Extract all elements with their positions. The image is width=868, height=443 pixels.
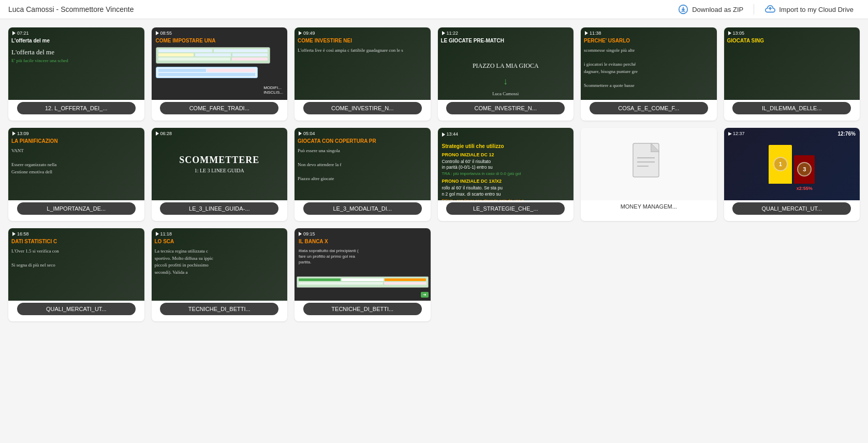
video-card-15[interactable]: 09:15 IL BANCA X ittata soprattutto dai …: [295, 228, 431, 321]
card-footer: LE_STRATEGIE_CHE_...: [438, 200, 574, 221]
card-footer: L_IMPORTANZA_DE...: [8, 200, 144, 221]
page-title: Luca Camossi - Scommettore Vincente: [8, 5, 134, 13]
header: Luca Camossi - Scommettore Vincente Down…: [0, 0, 868, 19]
card-footer: TECNICHE_DI_BETTI...: [152, 301, 288, 321]
card-label: COME_FARE_TRADI...: [160, 102, 278, 114]
video-card-13[interactable]: 16:58 DATI STATISTICI C L'Over 1.5 si ve…: [8, 228, 144, 321]
card-label: IL_DILEMMA_DELLE...: [732, 102, 851, 114]
video-card-12[interactable]: 12:76% 1 3 x2:55% ▶ 12:37 QUALI_MERCATI_…: [724, 128, 860, 221]
import-cloud-button[interactable]: Import to my Cloud Drive: [758, 2, 860, 17]
card-label: COME_INVESTIRE_N...: [303, 102, 422, 114]
video-grid: 07:21 L'offerta del me L'offerta del meE…: [8, 27, 860, 321]
chalkboard-thumb: 05:04 GIOCATA CON COPERTURA PR Può esser…: [295, 128, 431, 200]
chalkboard-thumb: 16:58 DATI STATISTICI C L'Over 1.5 si ve…: [8, 228, 144, 301]
chalkboard-thumb: 13:09 LA PIANIFICAZION VANTEssere organi…: [8, 128, 144, 200]
divider: [754, 4, 754, 14]
card-label: TECNICHE_DI_BETTI...: [160, 303, 278, 315]
card-footer: TECNICHE_DI_BETTI...: [295, 301, 431, 321]
card-footer: QUALI_MERCATI_UT...: [8, 301, 144, 321]
chalkboard-thumb: 11:22 LE GIOCATE PRE-MATCH PIAZZO LA MIA…: [438, 27, 574, 100]
card-footer: LE_3_MODALITA_DI...: [295, 200, 431, 221]
chalkboard-thumb: 11:38 PERCHE' USARLO scommesse singole p…: [581, 27, 717, 100]
screenshot-thumb: 08:55 COME IMPOSTARE UNA: [152, 27, 288, 100]
card-label: LE_STRATEGIE_CHE_...: [446, 202, 565, 215]
video-card-9[interactable]: 05:04 GIOCATA CON COPERTURA PR Può esser…: [295, 128, 431, 221]
strategies-thumb: 13:44 Strategie utili che utilizzo PRONO…: [438, 128, 574, 200]
card-label: QUALI_MERCATI_UT...: [732, 202, 851, 215]
card-label: COSA_E_E_COME_F...: [590, 102, 708, 114]
download-icon: [678, 4, 689, 15]
card-label: LE_3_LINEE_GUIDA-...: [160, 202, 278, 215]
card-label: COME_INVESTIRE_N...: [446, 102, 565, 114]
video-card-1[interactable]: 07:21 L'offerta del me L'offerta del meE…: [8, 27, 144, 121]
card-label: MONEY MANAGEM...: [581, 200, 717, 215]
card-footer: LE_3_LINEE_GUIDA-...: [152, 200, 288, 221]
file-icon: [630, 142, 667, 186]
trophy-thumb: 12:76% 1 3 x2:55% ▶ 12:37: [724, 128, 860, 200]
file-thumb: [581, 128, 717, 200]
chalkboard-thumb: 09:49 COME INVESTIRE NEI L'offerta live …: [295, 27, 431, 100]
chalkboard-big-thumb: 06:28 SCOMMETTERE 1: LE 3 LINEE GUIDA: [152, 128, 288, 200]
card-footer: 12. L_OFFERTA_DEI_...: [8, 100, 144, 121]
card-label: L_IMPORTANZA_DE...: [17, 202, 136, 215]
card-footer: COME_INVESTIRE_N...: [295, 100, 431, 121]
video-card-6[interactable]: 13:05 GIOCATA SING IL_DILEMMA_DELLE...: [724, 27, 860, 121]
card-footer: COSA_E_E_COME_F...: [581, 100, 717, 121]
card-footer: COME_FARE_TRADI...: [152, 100, 288, 121]
video-card-4[interactable]: 11:22 LE GIOCATE PRE-MATCH PIAZZO LA MIA…: [438, 27, 574, 121]
card-label: LE_3_MODALITA_DI...: [303, 202, 422, 215]
video-card-10[interactable]: 13:44 Strategie utili che utilizzo PRONO…: [438, 128, 574, 221]
download-zip-button[interactable]: Download as ZIP: [671, 2, 749, 17]
header-actions: Download as ZIP Import to my Cloud Drive: [671, 2, 860, 17]
card-label: QUALI_MERCATI_UT...: [17, 303, 136, 315]
video-card-3[interactable]: 09:49 COME INVESTIRE NEI L'offerta live …: [295, 27, 431, 121]
video-card-2[interactable]: 08:55 COME IMPOSTARE UNA: [152, 27, 288, 121]
chalkboard-thumb: 11:18 LO SCA La tecnica regina utilizzat…: [152, 228, 288, 301]
video-card-14[interactable]: 11:18 LO SCA La tecnica regina utilizzat…: [152, 228, 288, 321]
card-label: 12. L_OFFERTA_DEI_...: [17, 102, 136, 114]
video-card-5[interactable]: 11:38 PERCHE' USARLO scommesse singole p…: [581, 27, 717, 121]
card-label: TECNICHE_DI_BETTI...: [303, 303, 422, 315]
chalkboard-thumb: 13:05 GIOCATA SING: [724, 27, 860, 100]
card-footer: COME_INVESTIRE_N...: [438, 100, 574, 121]
card-footer: QUALI_MERCATI_UT...: [724, 200, 860, 221]
cloud-icon: [764, 4, 776, 15]
screenshot2-thumb: 09:15 IL BANCA X ittata soprattutto dai …: [295, 228, 431, 301]
video-card-7[interactable]: 13:09 LA PIANIFICAZION VANTEssere organi…: [8, 128, 144, 221]
card-footer: IL_DILEMMA_DELLE...: [724, 100, 860, 121]
video-card-11[interactable]: MONEY MANAGEM...: [581, 128, 717, 221]
chalkboard-thumb: 07:21 L'offerta del me L'offerta del meE…: [8, 27, 144, 100]
video-card-8[interactable]: 06:28 SCOMMETTERE 1: LE 3 LINEE GUIDA LE…: [152, 128, 288, 221]
content-area: 07:21 L'offerta del me L'offerta del meE…: [0, 19, 868, 330]
